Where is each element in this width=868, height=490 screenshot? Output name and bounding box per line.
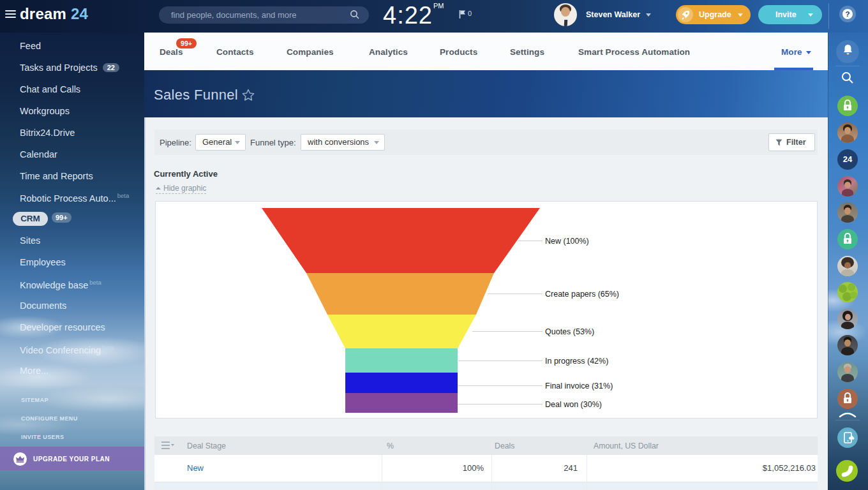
- svg-text:In progress (42%): In progress (42%): [545, 357, 608, 366]
- svg-text:Final invoice (31%): Final invoice (31%): [545, 382, 613, 390]
- svg-text:New (100%): New (100%): [545, 237, 589, 246]
- svg-text:Deal won (30%): Deal won (30%): [545, 400, 602, 409]
- svg-text:Create papers (65%): Create papers (65%): [545, 290, 619, 299]
- svg-text:Quotes (53%): Quotes (53%): [545, 327, 594, 336]
